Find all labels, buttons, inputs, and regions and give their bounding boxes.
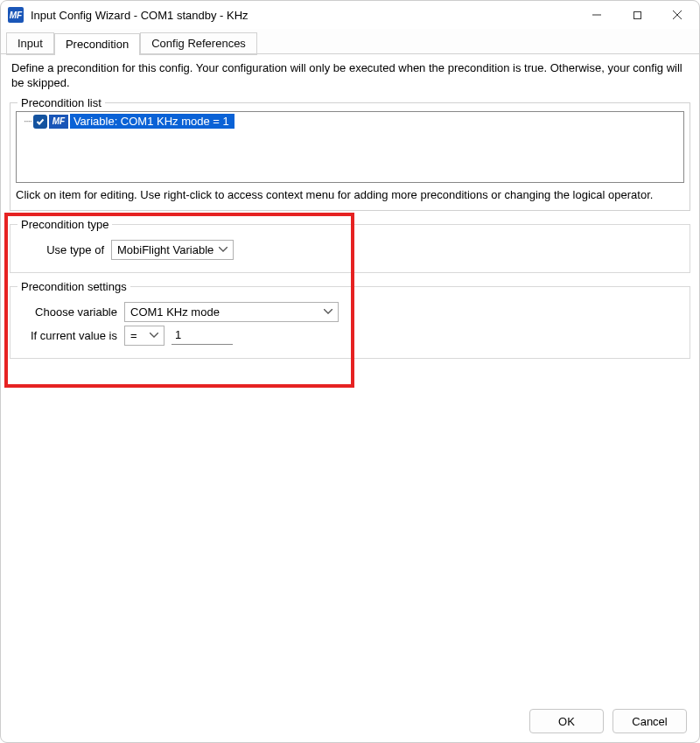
use-type-of-label: Use type of xyxy=(19,243,111,256)
if-current-value-label: If current value is xyxy=(19,329,124,342)
cancel-button[interactable]: Cancel xyxy=(612,709,687,733)
ok-button[interactable]: OK xyxy=(529,709,604,733)
minimize-button[interactable] xyxy=(577,2,617,28)
operator-select[interactable]: = xyxy=(124,326,164,346)
svg-rect-1 xyxy=(634,11,640,18)
precondition-list-legend: Precondition list xyxy=(18,96,105,109)
precondition-list-group: Precondition list ····· MF Variable: COM… xyxy=(10,96,690,211)
close-button[interactable] xyxy=(657,2,697,28)
tab-precondition[interactable]: Precondition xyxy=(54,33,140,55)
choose-variable-label: Choose variable xyxy=(19,305,124,319)
tab-config-references[interactable]: Config References xyxy=(140,32,257,55)
precondition-list-hint: Click on item for editing. Use right-cli… xyxy=(16,188,684,201)
precondition-settings-group: Precondition settings Choose variable CO… xyxy=(10,280,690,359)
choose-variable-select[interactable]: COM1 KHz mode xyxy=(124,302,339,322)
tree-connector-icon: ····· xyxy=(18,116,33,126)
precondition-type-select[interactable]: MobiFlight Variable xyxy=(111,240,234,260)
item-checkbox[interactable] xyxy=(33,115,47,129)
precondition-type-legend: Precondition type xyxy=(18,218,112,231)
tab-input[interactable]: Input xyxy=(6,32,54,55)
maximize-button[interactable] xyxy=(617,2,657,28)
app-icon: MF xyxy=(8,7,24,23)
window-titlebar: MF Input Config Wizard - COM1 standby - … xyxy=(1,1,699,29)
precondition-type-group: Precondition type Use type of MobiFlight… xyxy=(10,218,690,273)
window-title: Input Config Wizard - COM1 standby - KHz xyxy=(31,9,577,22)
tab-bar: Input Precondition Config References xyxy=(1,29,699,54)
precondition-item-label: Variable: COM1 KHz mode = 1 xyxy=(70,114,234,129)
precondition-item[interactable]: ····· MF Variable: COM1 KHz mode = 1 xyxy=(18,114,682,130)
compare-value-input[interactable] xyxy=(172,326,233,345)
precondition-listbox[interactable]: ····· MF Variable: COM1 KHz mode = 1 xyxy=(16,111,684,183)
precondition-description: Define a precondition for this config. Y… xyxy=(11,61,689,91)
dialog-button-bar: OK Cancel xyxy=(529,709,687,733)
mobiflight-icon: MF xyxy=(49,115,68,129)
precondition-settings-legend: Precondition settings xyxy=(18,280,130,293)
